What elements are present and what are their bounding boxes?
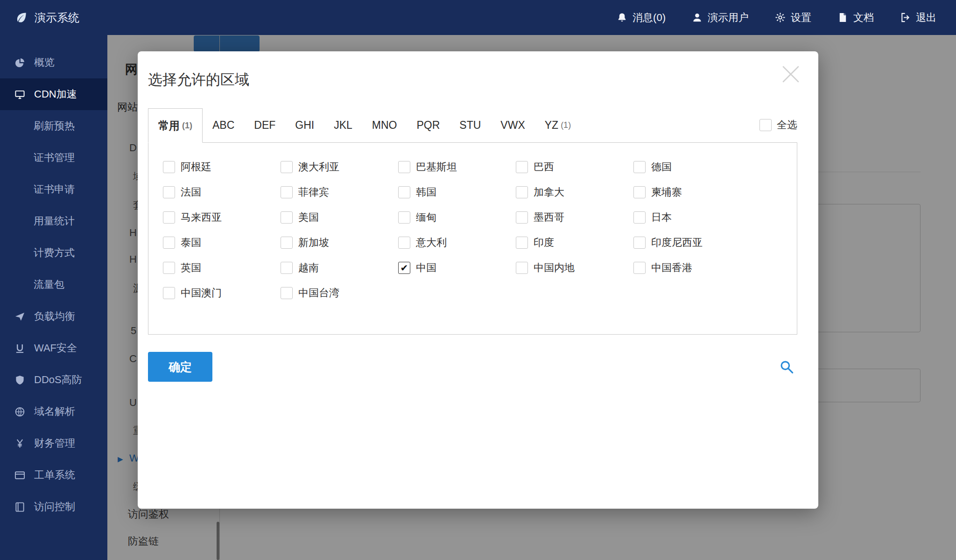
sidebar-item-traffic-pack[interactable]: 流量包 (0, 269, 107, 301)
sidebar-item-overview[interactable]: 概览 (0, 47, 107, 78)
globe-icon (14, 406, 27, 417)
region-checkbox[interactable] (516, 262, 528, 274)
region-checkbox[interactable] (633, 161, 646, 173)
alphabet-tabs: 常用 (1) ABC DEF GHI JKL MNO PQR STU VWX Y… (148, 108, 797, 142)
navbar-item-settings[interactable]: 设置 (775, 11, 811, 25)
region-checkbox[interactable] (516, 211, 528, 224)
region-checkbox[interactable] (281, 287, 293, 299)
region-option-巴西[interactable]: 巴西 (516, 154, 633, 180)
region-checkbox[interactable] (281, 161, 293, 173)
tab-JKL[interactable]: JKL (324, 108, 362, 142)
region-checkbox[interactable] (398, 186, 410, 198)
navbar-item-messages[interactable]: 消息(0) (617, 11, 666, 25)
region-option-意大利[interactable]: 意大利 (398, 230, 516, 255)
region-checkbox[interactable] (398, 161, 410, 173)
sidebar-item-cert-manage[interactable]: 证书管理 (0, 142, 107, 174)
region-checkbox[interactable]: ✔ (398, 262, 410, 274)
region-option-英国[interactable]: 英国 (163, 255, 281, 280)
tab-ABC[interactable]: ABC (203, 108, 244, 142)
region-checkbox[interactable] (281, 211, 293, 224)
region-checkbox[interactable] (516, 161, 528, 173)
tab-YZ[interactable]: YZ (1) (535, 108, 581, 142)
region-option-韩国[interactable]: 韩国 (398, 180, 516, 205)
tab-STU[interactable]: STU (450, 108, 491, 142)
region-option-菲律宾[interactable]: 菲律宾 (281, 180, 398, 205)
confirm-button[interactable]: 确定 (148, 352, 212, 382)
region-checkbox[interactable] (163, 237, 175, 249)
sidebar-item-cdn[interactable]: CDN加速 (0, 78, 107, 110)
region-option-中国香港[interactable]: 中国香港 (633, 255, 797, 280)
region-checkbox[interactable] (163, 211, 175, 224)
tab-DEF[interactable]: DEF (244, 108, 285, 142)
region-checkbox[interactable] (398, 237, 410, 249)
sidebar-item-tickets[interactable]: 工单系统 (0, 459, 107, 491)
sidebar-item-billing[interactable]: 计费方式 (0, 237, 107, 269)
bell-icon (617, 12, 627, 23)
region-checkbox[interactable] (163, 186, 175, 198)
navbar-item-docs[interactable]: 文档 (837, 11, 874, 25)
region-option-法国[interactable]: 法国 (163, 180, 281, 205)
sidebar-item-load-balance[interactable]: 负载均衡 (0, 301, 107, 332)
monitor-icon (14, 89, 27, 100)
region-checkbox[interactable] (633, 237, 646, 249)
region-option-柬埔寨[interactable]: 柬埔寨 (633, 180, 797, 205)
region-checkbox[interactable] (633, 186, 646, 198)
region-checkbox[interactable] (163, 161, 175, 173)
tab-GHI[interactable]: GHI (285, 108, 324, 142)
region-option-加拿大[interactable]: 加拿大 (516, 180, 633, 205)
region-option-印度[interactable]: 印度 (516, 230, 633, 255)
region-checkbox[interactable] (398, 211, 410, 224)
select-all[interactable]: 全选 (759, 118, 797, 132)
sidebar-item-access-control[interactable]: 访问控制 (0, 491, 107, 523)
region-option-澳大利亚[interactable]: 澳大利亚 (281, 154, 398, 180)
sidebar-item-finance[interactable]: 财务管理 (0, 427, 107, 459)
sidebar: 概览 CDN加速 刷新预热 证书管理 证书申请 用量统计 计费方式 流量包 负载… (0, 35, 107, 560)
region-option-巴基斯坦[interactable]: 巴基斯坦 (398, 154, 516, 180)
region-option-中国澳门[interactable]: 中国澳门 (163, 280, 281, 306)
region-option-中国[interactable]: ✔ 中国 (398, 255, 516, 280)
region-checkbox[interactable] (163, 262, 175, 274)
tab-MNO[interactable]: MNO (362, 108, 407, 142)
region-option-墨西哥[interactable]: 墨西哥 (516, 205, 633, 230)
search-icon[interactable] (779, 359, 794, 374)
sidebar-item-refresh-preheat[interactable]: 刷新预热 (0, 110, 107, 142)
region-option-泰国[interactable]: 泰国 (163, 230, 281, 255)
region-option-印度尼西亚[interactable]: 印度尼西亚 (633, 230, 797, 255)
region-checkbox[interactable] (163, 287, 175, 299)
navbar-item-logout[interactable]: 退出 (900, 11, 936, 25)
tab-PQR[interactable]: PQR (407, 108, 450, 142)
region-option-越南[interactable]: 越南 (281, 255, 398, 280)
region-checkbox[interactable] (633, 211, 646, 224)
book-icon (14, 502, 27, 512)
region-option-中国台湾[interactable]: 中国台湾 (281, 280, 398, 306)
region-checkbox[interactable] (516, 237, 528, 249)
region-option-中国内地[interactable]: 中国内地 (516, 255, 633, 280)
region-option-新加坡[interactable]: 新加坡 (281, 230, 398, 255)
sidebar-item-dns[interactable]: 域名解析 (0, 396, 107, 427)
region-select-modal: 选择允许的区域 常用 (1) ABC DEF GHI JKL MNO PQR S… (138, 51, 818, 509)
region-option-美国[interactable]: 美国 (281, 205, 398, 230)
region-option-阿根廷[interactable]: 阿根廷 (163, 154, 281, 180)
sidebar-item-cert-apply[interactable]: 证书申请 (0, 174, 107, 205)
region-option-日本[interactable]: 日本 (633, 205, 797, 230)
tabs-list: 常用 (1) ABC DEF GHI JKL MNO PQR STU VWX Y… (148, 108, 581, 142)
gear-icon (775, 12, 786, 23)
sidebar-item-usage-stats[interactable]: 用量统计 (0, 205, 107, 237)
navbar-item-user[interactable]: 演示用户 (692, 11, 749, 25)
select-all-checkbox[interactable] (759, 119, 772, 131)
region-option-缅甸[interactable]: 缅甸 (398, 205, 516, 230)
region-checkbox[interactable] (281, 262, 293, 274)
tab-VWX[interactable]: VWX (491, 108, 534, 142)
region-checkbox[interactable] (281, 186, 293, 198)
yen-icon (14, 438, 27, 449)
sidebar-item-waf[interactable]: WAF安全 (0, 332, 107, 364)
sidebar-item-ddos[interactable]: DDoS高防 (0, 364, 107, 396)
region-option-德国[interactable]: 德国 (633, 154, 797, 180)
region-checkbox[interactable] (516, 186, 528, 198)
region-checkbox[interactable] (633, 262, 646, 274)
leaf-logo-icon (14, 11, 28, 25)
region-option-马来西亚[interactable]: 马来西亚 (163, 205, 281, 230)
region-checkbox[interactable] (281, 237, 293, 249)
tab-常用[interactable]: 常用 (1) (148, 108, 203, 143)
close-icon[interactable] (780, 63, 801, 85)
